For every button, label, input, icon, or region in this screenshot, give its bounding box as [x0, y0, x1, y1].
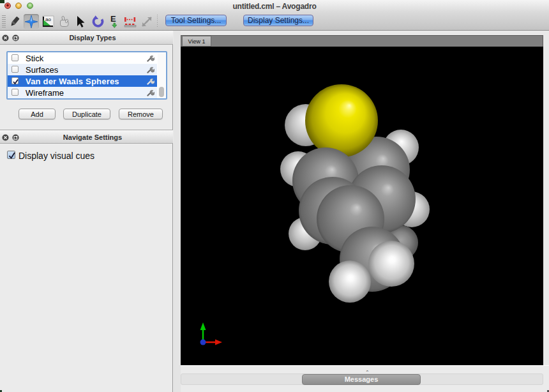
svg-text:E: E [110, 15, 116, 24]
svg-text:ao: ao [45, 17, 51, 22]
